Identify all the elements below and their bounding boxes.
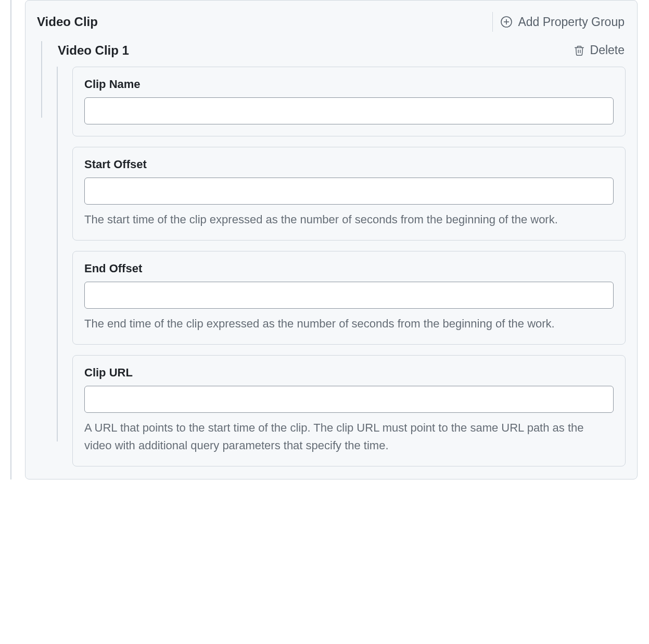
property-group-card: Video Clip Add Property Group [25,0,638,479]
add-property-group-button[interactable]: Add Property Group [499,13,626,31]
trash-icon [574,44,585,57]
field-row-clip-name: Clip Name [58,67,626,136]
field-row-clip-url: Clip URL A URL that points to the start … [58,355,626,466]
field-card: Clip Name [72,67,626,136]
delete-item-button[interactable]: Delete [572,41,626,59]
group-item-card: Video Clip 1 Delete [58,41,626,466]
plus-circle-icon [500,16,513,28]
end-offset-input[interactable] [84,282,614,309]
clip-name-input[interactable] [84,97,614,124]
start-offset-input[interactable] [84,178,614,205]
field-card: Start Offset The start time of the clip … [72,147,626,241]
group-items-tree: Video Clip 1 Delete [37,41,626,466]
field-row-end-offset: End Offset The end time of the clip expr… [58,251,626,345]
group-title: Video Clip [37,15,98,29]
separator [492,12,493,32]
item-title: Video Clip 1 [58,43,129,58]
clip-url-input[interactable] [84,386,614,413]
field-card: End Offset The end time of the clip expr… [72,251,626,345]
group-header-actions: Add Property Group [492,12,626,32]
field-help-text: A URL that points to the start time of t… [84,419,614,454]
field-label: Clip Name [84,78,614,91]
field-label: End Offset [84,262,614,275]
field-row-start-offset: Start Offset The start time of the clip … [58,147,626,241]
fields-tree: Clip Name Start Offset The start time of… [58,67,626,466]
item-header: Video Clip 1 Delete [58,41,626,59]
group-header: Video Clip Add Property Group [37,12,626,32]
field-help-text: The start time of the clip expressed as … [84,211,614,229]
field-label: Start Offset [84,158,614,171]
delete-item-label: Delete [590,43,625,57]
field-help-text: The end time of the clip expressed as th… [84,315,614,333]
field-label: Clip URL [84,366,614,380]
tree-root: Video Clip Add Property Group [0,0,649,479]
field-card: Clip URL A URL that points to the start … [72,355,626,466]
add-property-group-label: Add Property Group [518,15,625,29]
